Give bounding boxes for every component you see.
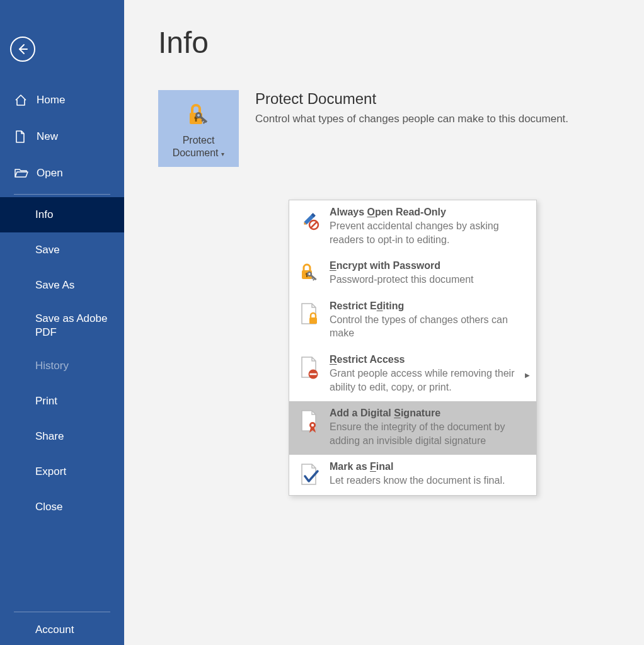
backstage-sidebar: Home New Open Info Save Save As Save as …: [0, 0, 124, 645]
nav-mid: Info Save Save As Save as Adobe PDF Hist…: [0, 197, 124, 525]
menu-item-restrict-access[interactable]: Restrict Access Grant people access whil…: [289, 348, 536, 401]
sidebar-item-new[interactable]: New: [0, 118, 124, 155]
svg-rect-3: [195, 118, 197, 122]
separator: [14, 612, 110, 612]
page-title: Info: [158, 25, 644, 60]
sidebar-item-label: Print: [35, 395, 57, 408]
sidebar-item-account[interactable]: Account: [0, 615, 124, 645]
menu-item-title: Add a Digital Signature: [330, 408, 527, 419]
protect-document-menu: Always Open Read-Only Prevent accidental…: [289, 200, 537, 496]
sidebar-item-save-as[interactable]: Save As: [0, 268, 124, 303]
menu-item-title: Restrict Access: [330, 354, 527, 365]
main-content: Info ware that it contains: author's nam…: [124, 0, 644, 645]
svg-line-13: [311, 222, 317, 228]
separator: [14, 194, 110, 195]
back-button[interactable]: [10, 37, 35, 62]
pencil-readonly-icon: [298, 207, 321, 246]
menu-item-description: Prevent accidental changes by asking rea…: [330, 219, 527, 246]
sidebar-item-label: Open: [37, 167, 63, 180]
section-heading: Protect Document: [255, 90, 568, 108]
nav-top: Home New Open: [0, 82, 124, 191]
menu-item-description: Grant people access while removing their…: [330, 367, 527, 394]
menu-item-description: Password-protect this document: [330, 273, 527, 287]
protect-document-button[interactable]: Protect Document ▾: [158, 90, 239, 167]
sidebar-item-label: History: [35, 360, 69, 372]
protect-document-text: Protect Document Control what types of c…: [255, 90, 568, 125]
svg-point-26: [311, 424, 314, 426]
svg-rect-24: [310, 374, 317, 375]
sidebar-item-print[interactable]: Print: [0, 384, 124, 419]
doc-lock-icon: [298, 300, 321, 340]
sidebar-item-save-adobe-pdf[interactable]: Save as Adobe PDF: [0, 303, 124, 348]
doc-check-icon: [298, 461, 321, 488]
menu-item-title: Restrict Editing: [330, 300, 527, 312]
menu-item-add-digital-signature[interactable]: Add a Digital Signature Ensure the integ…: [289, 401, 536, 455]
sidebar-item-label: Save as Adobe PDF: [35, 312, 110, 340]
home-icon: [14, 93, 28, 107]
menu-item-title: Always Open Read-Only: [330, 207, 527, 218]
sidebar-item-label: Home: [37, 94, 65, 106]
sidebar-item-history: History: [0, 348, 124, 384]
arrow-left-icon: [16, 43, 29, 55]
lock-key-icon: [298, 260, 321, 287]
menu-item-mark-as-final[interactable]: Mark as Final Let readers know the docum…: [289, 455, 536, 495]
new-doc-icon: [14, 130, 28, 144]
sidebar-item-info[interactable]: Info: [0, 197, 124, 232]
sidebar-item-label: Close: [35, 501, 62, 513]
menu-item-title: Encrypt with Password: [330, 260, 527, 271]
sidebar-item-home[interactable]: Home: [0, 82, 124, 118]
chevron-down-icon: ▾: [220, 151, 225, 157]
menu-item-always-open-read-only[interactable]: Always Open Read-Only Prevent accidental…: [289, 200, 536, 254]
protect-document-button-label: Protect Document ▾: [173, 134, 225, 159]
menu-item-description: Control the types of changes others can …: [330, 313, 527, 340]
sidebar-item-label: Export: [35, 465, 66, 478]
doc-ribbon-icon: [298, 408, 321, 447]
sidebar-item-label: Info: [35, 208, 53, 221]
chevron-right-icon: ▶: [525, 371, 530, 378]
sidebar-item-label: Save As: [35, 279, 74, 292]
protect-document-section: Protect Document ▾ Protect Document Cont…: [158, 90, 644, 167]
sidebar-item-open[interactable]: Open: [0, 155, 124, 191]
lock-key-icon: [185, 100, 212, 130]
sidebar-item-label: Account: [35, 624, 74, 636]
menu-item-description: Ensure the integrity of the document by …: [330, 420, 527, 447]
menu-item-title: Mark as Final: [330, 461, 527, 472]
nav-bottom: Account: [0, 609, 124, 645]
sidebar-item-close[interactable]: Close: [0, 489, 124, 525]
menu-item-description: Let readers know the document is final.: [330, 474, 527, 488]
svg-rect-22: [309, 317, 317, 324]
doc-noentry-icon: [298, 354, 321, 394]
sidebar-item-save[interactable]: Save: [0, 232, 124, 268]
sidebar-item-label: New: [37, 130, 58, 143]
sidebar-item-export[interactable]: Export: [0, 454, 124, 489]
sidebar-item-share[interactable]: Share: [0, 419, 124, 454]
menu-item-encrypt-with-password[interactable]: Encrypt with Password Password-protect t…: [289, 254, 536, 294]
menu-item-restrict-editing[interactable]: Restrict Editing Control the types of ch…: [289, 294, 536, 348]
sidebar-item-label: Save: [35, 244, 60, 256]
section-description: Control what types of changes people can…: [255, 113, 568, 125]
sidebar-item-label: Share: [35, 430, 64, 443]
folder-open-icon: [14, 166, 28, 180]
